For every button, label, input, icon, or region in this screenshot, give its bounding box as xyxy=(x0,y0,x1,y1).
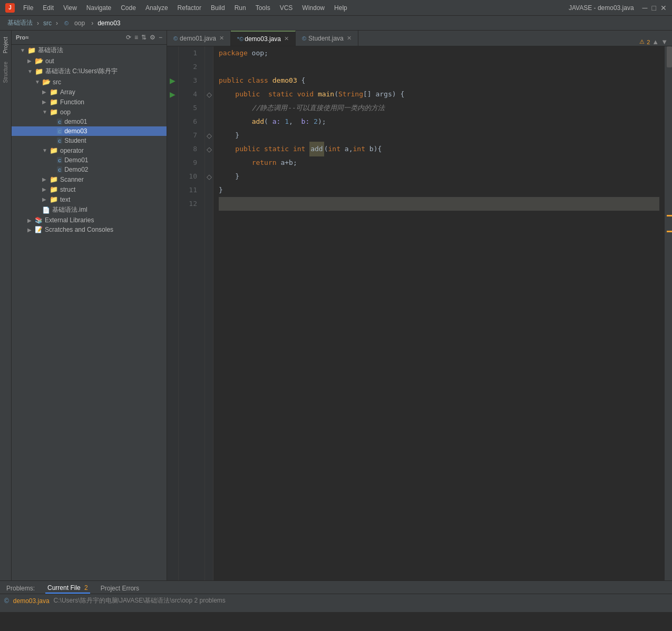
gutter-line-6 xyxy=(167,115,178,129)
close-tab-icon[interactable]: ✕ xyxy=(219,35,224,42)
code-content[interactable]: package oop; public class demo03 { publi… xyxy=(213,46,665,580)
tab-project-errors[interactable]: Project Errors xyxy=(99,584,141,593)
arrow-icon: ▼ xyxy=(27,68,35,74)
tree-item-out[interactable]: ▶ 📂 out xyxy=(12,56,167,66)
code-line-1: package oop; xyxy=(219,46,659,60)
tree-item-root[interactable]: ▼ 📁 基础语法 xyxy=(12,45,167,56)
fold-4[interactable]: ◇ xyxy=(205,87,213,101)
tree-item-demo03[interactable]: ▶ c demo03 xyxy=(12,126,167,136)
minimize-sidebar-icon[interactable]: − xyxy=(159,34,162,41)
file-icon-bottom: © xyxy=(4,597,9,605)
expand-icon[interactable]: ⇅ xyxy=(141,34,147,41)
folder-icon: 📁 xyxy=(50,98,58,106)
arrow-icon: ▼ xyxy=(42,109,50,115)
menu-analyze[interactable]: Analyze xyxy=(141,3,172,13)
menu-view[interactable]: View xyxy=(59,3,81,13)
editor-area: © demo01.java ✕ *© demo03.java ✕ © Stude… xyxy=(167,31,672,580)
tree-item-scratches[interactable]: ▶ 📝 Scratches and Consoles xyxy=(12,225,167,234)
tree-item-oop[interactable]: ▼ 📁 oop xyxy=(12,107,167,117)
close-button[interactable]: ✕ xyxy=(660,4,667,12)
tree-item-struct[interactable]: ▶ 📁 struct xyxy=(12,184,167,194)
arrow-icon: ▶ xyxy=(42,196,50,202)
breadcrumb-part-3[interactable]: demo03 xyxy=(98,19,120,27)
menu-help[interactable]: Help xyxy=(330,3,352,13)
bottom-file-path: C:\Users\陈丹宇的电脑\JAVASE\基础语法\src\oop 2 pr… xyxy=(54,596,226,605)
tree-label: demo01 xyxy=(64,118,87,125)
tree-item-op-demo01[interactable]: ▶ c Demo01 xyxy=(12,155,167,165)
breadcrumb-part-0[interactable]: 基础语法 xyxy=(7,18,33,27)
menu-run[interactable]: Run xyxy=(230,3,250,13)
fold-10[interactable]: ◇ xyxy=(205,170,213,183)
close-tab-icon[interactable]: ✕ xyxy=(284,35,289,42)
tree-item-module[interactable]: ▼ 📁 基础语法 C:\Users\陈丹宇 xyxy=(12,66,167,77)
breadcrumb-sep-2: › xyxy=(91,19,93,27)
tree-item-array[interactable]: ▶ 📁 Array xyxy=(12,87,167,97)
iml-icon: 📄 xyxy=(42,206,50,214)
gutter-line-8 xyxy=(167,142,178,156)
fold-8[interactable]: ◇ xyxy=(205,142,213,156)
structure-tab[interactable]: Structure xyxy=(2,60,9,85)
nav-up-icon[interactable]: ▲ xyxy=(652,38,659,46)
tree-label: struct xyxy=(60,186,75,193)
tree-item-op-demo02[interactable]: ▶ c Demo02 xyxy=(12,165,167,174)
tree-item-scanner[interactable]: ▶ 📁 Scanner xyxy=(12,174,167,184)
breadcrumb-part-1[interactable]: src xyxy=(43,19,52,27)
menu-file[interactable]: File xyxy=(19,3,37,13)
tree-item-ext-libs[interactable]: ▶ 📚 External Libraries xyxy=(12,215,167,225)
tree-label: operator xyxy=(60,147,84,154)
menu-build[interactable]: Build xyxy=(207,3,229,13)
menu-tools[interactable]: Tools xyxy=(251,3,275,13)
folder-icon: 📁 xyxy=(50,108,58,116)
tree-item-operator[interactable]: ▼ 📁 operator xyxy=(12,145,167,155)
fold-5 xyxy=(205,101,213,115)
gutter-line-12 xyxy=(167,197,178,211)
menu-window[interactable]: Window xyxy=(298,3,329,13)
gutter-line-4[interactable]: ▶ xyxy=(167,87,178,101)
bottom-status: © demo03.java C:\Users\陈丹宇的电脑\JAVASE\基础语… xyxy=(0,594,672,607)
sync-icon[interactable]: ⟳ xyxy=(126,34,131,41)
arrow-icon: ▶ xyxy=(27,218,35,223)
code-line-7: } xyxy=(219,129,659,142)
fold-2 xyxy=(205,60,213,74)
code-editor[interactable]: ▶ ▶ 1 2 3 4 5 6 7 8 9 xyxy=(167,46,672,580)
fold-3 xyxy=(205,74,213,87)
menu-code[interactable]: Code xyxy=(116,3,140,13)
tree-label: Function xyxy=(60,98,84,106)
folder-icon: 📂 xyxy=(35,57,43,65)
tree-item-text[interactable]: ▶ 📁 text xyxy=(12,194,167,204)
src-icon: 📂 xyxy=(42,78,51,86)
line-numbers: 1 2 3 4 5 6 7 8 9 10 11 12 xyxy=(179,46,205,580)
gutter-line-3[interactable]: ▶ xyxy=(167,74,178,87)
tree-item-demo01[interactable]: ▶ c demo01 xyxy=(12,117,167,126)
gutter-line-2 xyxy=(167,60,178,74)
menu-navigate[interactable]: Navigate xyxy=(82,3,115,13)
tree-item-student[interactable]: ▶ c Student xyxy=(12,136,167,145)
settings-icon[interactable]: ⚙ xyxy=(150,34,155,41)
nav-down-icon[interactable]: ▼ xyxy=(661,38,668,46)
tab-demo01[interactable]: © demo01.java ✕ xyxy=(167,31,231,46)
project-tab[interactable]: Project xyxy=(2,35,9,55)
tab-current-file[interactable]: Current File 2 xyxy=(45,583,90,594)
menu-vcs[interactable]: VCS xyxy=(276,3,297,13)
tree-label: Student xyxy=(64,137,86,144)
breadcrumb-part-2[interactable]: © oop xyxy=(62,19,87,27)
arrow-icon: ▶ xyxy=(27,227,35,233)
code-line-2 xyxy=(219,60,659,74)
menu-refactor[interactable]: Refactor xyxy=(173,3,206,13)
tab-label: demo03.java xyxy=(245,35,281,43)
tab-student[interactable]: © Student.java ✕ xyxy=(296,31,358,46)
tree-label: Array xyxy=(60,88,75,96)
scrollbar-thumb[interactable] xyxy=(667,46,672,67)
tree-item-function[interactable]: ▶ 📁 Function xyxy=(12,97,167,107)
collapse-icon[interactable]: ≡ xyxy=(134,34,138,41)
menu-edit[interactable]: Edit xyxy=(38,3,58,13)
tab-demo03[interactable]: *© demo03.java ✕ xyxy=(231,31,296,46)
maximize-button[interactable]: □ xyxy=(652,4,656,12)
tree-item-src[interactable]: ▼ 📂 src xyxy=(12,77,167,87)
close-tab-icon[interactable]: ✕ xyxy=(347,35,352,42)
tree-item-iml[interactable]: ▶ 📄 基础语法.iml xyxy=(12,204,167,215)
minimize-button[interactable]: ─ xyxy=(642,4,648,12)
libs-icon: 📚 xyxy=(35,216,43,224)
fold-7[interactable]: ◇ xyxy=(205,129,213,142)
arrow-icon: ▶ xyxy=(42,99,50,105)
